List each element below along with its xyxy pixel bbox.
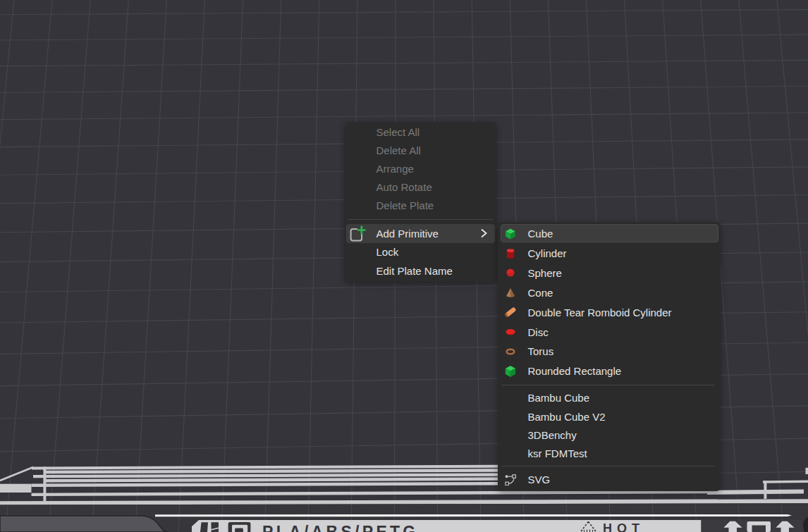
svg-text:HOT: HOT (603, 521, 644, 532)
svg-text:PLA/ABS/PETG: PLA/ABS/PETG (262, 523, 419, 532)
